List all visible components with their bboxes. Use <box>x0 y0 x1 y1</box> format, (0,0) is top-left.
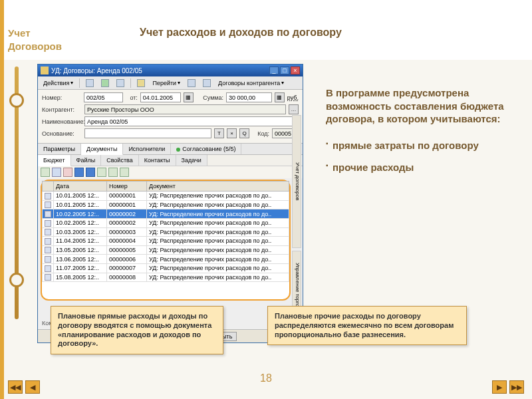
number-input[interactable]: 002/05 <box>84 92 123 102</box>
minimize-button[interactable]: _ <box>269 66 279 74</box>
row-icon <box>45 238 51 245</box>
grid-btn-6[interactable] <box>97 168 106 177</box>
table-row[interactable]: 10.02.2005 12:..00000002УД: Распределени… <box>43 218 289 227</box>
documents-grid[interactable]: Дата Номер Документ 10.01.2005 12:..0000… <box>42 181 289 282</box>
tab-params[interactable]: Параметры <box>38 144 81 154</box>
go-label: Перейти <box>152 80 176 86</box>
row-icon <box>45 256 51 263</box>
tool-btn-6[interactable] <box>200 78 213 88</box>
cell-number: 00000003 <box>107 227 147 237</box>
subtab-files[interactable]: Файлы <box>71 155 102 166</box>
arrow-down-icon[interactable] <box>86 168 95 177</box>
tool-btn-2[interactable] <box>98 78 112 88</box>
ornament <box>7 66 25 319</box>
go-menu[interactable]: Перейти▾ <box>150 78 183 88</box>
name-input[interactable]: Аренда 002/05 <box>84 116 299 126</box>
cell-number: 00000004 <box>107 237 147 246</box>
basis-btn-t[interactable]: T <box>214 128 224 138</box>
grid-add-icon[interactable] <box>41 168 50 177</box>
code-label: Код: <box>252 130 269 137</box>
window-title: УД: Договоры: Аренда 002/05 <box>51 67 142 74</box>
grid-btn-8[interactable] <box>120 168 129 177</box>
table-row[interactable]: 10.02.2005 12:..00000002УД: Распределени… <box>43 209 289 219</box>
counterparty-label: Контрагент: <box>42 106 82 113</box>
counterparty-input[interactable]: Русские Просторы ООО <box>84 104 286 114</box>
col-date[interactable]: Дата <box>54 182 107 192</box>
tab-approval[interactable]: Согласование (5/5) <box>171 144 241 154</box>
bullet-1: прямые затраты по договору <box>326 139 512 152</box>
tab-documents[interactable]: Документы <box>81 144 123 155</box>
sum-input[interactable]: 30 000,00 <box>226 92 272 102</box>
tab-approval-label: Согласование (5/5) <box>182 146 235 152</box>
basis-btn-q[interactable]: Q <box>239 128 249 138</box>
lower-tabs: Бюджет Файлы Свойства Контакты Задачи <box>38 155 303 166</box>
cell-document: УД: Распределение прочих расходов по до.… <box>147 227 289 237</box>
row-icon <box>45 211 51 217</box>
col-number[interactable]: Номер <box>107 182 147 192</box>
date-picker-button[interactable]: ▦ <box>184 92 194 102</box>
tool-btn-4[interactable] <box>134 78 148 88</box>
tool-btn-1[interactable] <box>83 78 96 88</box>
tab-executors[interactable]: Исполнители <box>123 144 171 154</box>
window-titlebar[interactable]: УД: Договоры: Аренда 002/05 _ □ × <box>38 65 303 76</box>
basis-input[interactable] <box>84 128 211 138</box>
cell-number: 00000002 <box>107 209 147 219</box>
table-row[interactable]: 15.08.2005 12:..00000008УД: Распределени… <box>43 273 289 282</box>
grid-delete-icon[interactable] <box>63 168 72 177</box>
cell-document: УД: Распределение прочих расходов по до.… <box>147 237 289 246</box>
basis-btn-x[interactable]: × <box>227 128 237 138</box>
intro-text: В программе предусмотрена возможность со… <box>326 86 512 126</box>
tool-btn-5[interactable] <box>185 78 198 88</box>
approval-dot-icon <box>176 148 180 152</box>
subtab-tasks[interactable]: Задачи <box>176 155 207 166</box>
bullet-2: прочие расходы <box>326 161 512 174</box>
cell-number: 00000005 <box>107 245 147 255</box>
upper-tabs: Параметры Документы Исполнители Согласов… <box>38 143 303 155</box>
table-row[interactable]: 10.01.2005 12:..00000001УД: Распределени… <box>43 192 289 201</box>
table-row[interactable]: 11.07.2005 12:..00000007УД: Распределени… <box>43 264 289 273</box>
cell-document: УД: Распределение прочих расходов по до.… <box>147 245 289 255</box>
calc-button[interactable]: ▦ <box>275 92 285 102</box>
arrow-up-icon[interactable] <box>74 168 84 177</box>
table-row[interactable]: 10.01.2005 12:..00000001УД: Распределени… <box>43 200 289 209</box>
table-row[interactable]: 11.04.2005 12:..00000004УД: Распределени… <box>43 237 289 246</box>
cell-date: 10.02.2005 12:.. <box>54 218 107 227</box>
page-number: 18 <box>0 372 532 384</box>
table-row[interactable]: 10.03.2005 12:..00000003УД: Распределени… <box>43 227 289 237</box>
actions-menu[interactable]: Действия▾ <box>41 78 76 88</box>
currency-label[interactable]: руб. <box>287 94 299 101</box>
callout-left: Плановые прямые расходы и доходы по дого… <box>51 306 223 354</box>
row-icon <box>45 247 51 253</box>
name-label: Наименование: <box>42 118 82 125</box>
grid-edit-icon[interactable] <box>52 168 61 177</box>
counterparty-docs-menu[interactable]: Договоры контрагента▾ <box>215 78 287 88</box>
cell-document: УД: Распределение прочих расходов по до.… <box>147 273 289 282</box>
tool-btn-3[interactable] <box>114 78 127 88</box>
nav-last[interactable]: ▶▶ <box>509 380 524 394</box>
col-document[interactable]: Документ <box>147 182 289 192</box>
from-input[interactable]: 04.01.2005 <box>140 92 181 102</box>
table-row[interactable]: 13.05.2005 12:..00000005УД: Распределени… <box>43 245 289 255</box>
close-button[interactable]: × <box>291 66 300 74</box>
cpd-label: Договоры контрагента <box>218 80 280 86</box>
row-icon <box>45 229 51 235</box>
grid-btn-7[interactable] <box>108 168 118 177</box>
side-tab-contracts[interactable]: Учет договоров <box>292 115 301 248</box>
maximize-button[interactable]: □ <box>280 66 289 74</box>
row-icon <box>45 201 51 208</box>
sum-label: Сумма: <box>196 94 223 101</box>
subtab-budget[interactable]: Бюджет <box>38 155 71 166</box>
cell-number: 00000006 <box>107 255 147 264</box>
counterparty-select-button[interactable]: … <box>289 104 299 114</box>
table-row[interactable]: 13.06.2005 12:..00000006УД: Распределени… <box>43 255 289 264</box>
cell-date: 10.01.2005 12:.. <box>54 200 107 209</box>
grid-highlight: Дата Номер Документ 10.01.2005 12:..0000… <box>41 180 291 301</box>
cell-number: 00000002 <box>107 218 147 227</box>
nav-first[interactable]: ◀◀ <box>8 380 23 394</box>
sidebar-title-line1: Учет <box>8 27 31 39</box>
subtab-contacts[interactable]: Контакты <box>139 155 176 166</box>
subtab-props[interactable]: Свойства <box>101 155 139 166</box>
nav-prev[interactable]: ◀ <box>25 380 40 394</box>
grid-toolbar <box>38 166 303 178</box>
nav-next[interactable]: ▶ <box>492 380 507 394</box>
